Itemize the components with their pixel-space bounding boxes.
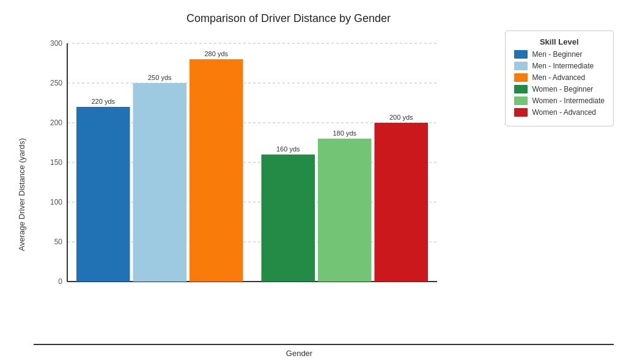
legend-color-3 [514,85,528,93]
legend-item-3: Women - Beginner [514,85,605,93]
legend-item-1: Men - Intermediate [514,62,605,70]
legend-title: Skill Level [514,37,605,46]
legend-label-2: Men - Advanced [532,73,586,82]
legend: Skill LevelMen - BeginnerMen - Intermedi… [505,31,614,126]
svg-text:200: 200 [50,118,62,127]
svg-text:250 yds: 250 yds [148,74,172,81]
x-axis-line [34,344,614,345]
legend-label-3: Women - Beginner [532,85,594,93]
legend-label-4: Women - Intermediate [532,96,605,105]
svg-text:180 yds: 180 yds [333,129,356,137]
svg-text:0: 0 [58,277,62,286]
chart-body: Average Driver Distance (yards) 05010015… [12,31,614,358]
bar-women_advanced [375,123,429,282]
legend-color-5 [514,108,528,117]
legend-label-5: Women - Advanced [532,108,597,117]
x-group-label-men: Men [152,287,168,288]
chart-container: Comparison of Driver Distance by Gender … [0,0,626,364]
legend-label-1: Men - Intermediate [532,62,594,70]
svg-text:50: 50 [54,238,63,246]
bar-women_intermediate [318,139,372,282]
svg-text:220 yds: 220 yds [91,98,115,105]
chart-title: Comparison of Driver Distance by Gender [186,12,391,25]
y-axis-label: Average Driver Distance (yards) [12,31,31,358]
x-axis-title: Gender [0,349,614,358]
legend-item-4: Women - Intermediate [514,96,605,105]
svg-text:250: 250 [50,79,62,87]
legend-color-0 [514,50,528,59]
bar-men_beginner [76,107,130,282]
svg-text:200 yds: 200 yds [389,114,413,121]
x-group-label-women: Women [330,287,359,288]
svg-text:100: 100 [50,198,62,206]
bar-men_advanced [190,59,243,282]
legend-color-1 [514,62,528,70]
legend-color-4 [514,96,528,105]
legend-color-2 [514,73,528,82]
svg-text:160 yds: 160 yds [276,145,300,153]
legend-item-0: Men - Beginner [514,50,605,59]
svg-text:150: 150 [50,158,62,167]
legend-item-2: Men - Advanced [514,73,605,82]
legend-item-5: Women - Advanced [514,108,605,117]
bar-men_intermediate [133,83,187,282]
svg-text:300: 300 [50,39,62,48]
svg-text:280 yds: 280 yds [204,50,228,57]
legend-label-0: Men - Beginner [532,50,583,59]
bar-women_beginner [262,155,315,282]
